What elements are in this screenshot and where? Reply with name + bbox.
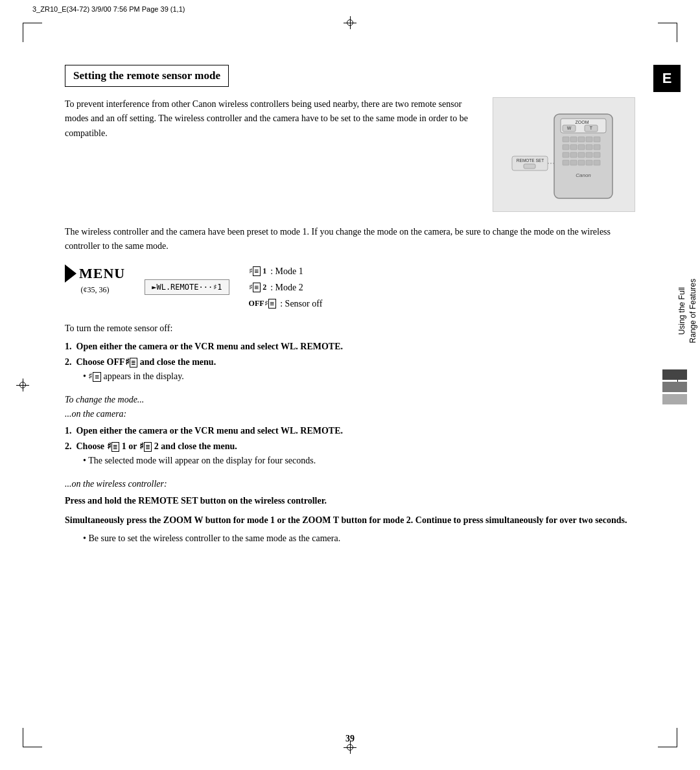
menu-text: MENU: [79, 265, 125, 282]
svg-rect-11: [594, 137, 600, 142]
svg-rect-19: [578, 152, 585, 158]
svg-rect-10: [586, 137, 592, 142]
section-box: Setting the remote sensor mode: [65, 65, 229, 87]
svg-text:ZOOM: ZOOM: [576, 120, 589, 124]
print-header: 3_ZR10_E(34-72) 3/9/00 7:56 PM Page 39 (…: [32, 5, 185, 13]
mode-off-icon: OFF♯≡: [249, 298, 277, 310]
mode-1-item: ♯≡ 1 : Mode 1: [249, 264, 323, 278]
svg-rect-13: [570, 145, 577, 150]
on-controller-label: ...on the wireless controller:: [65, 479, 635, 489]
mode-2-label: : Mode 2: [270, 281, 303, 294]
svg-rect-8: [570, 137, 577, 142]
turn-off-section: To turn the remote sensor off: 1. Open e…: [65, 323, 635, 384]
page-number: 39: [0, 734, 700, 744]
mode-1-label: : Mode 1: [270, 264, 303, 278]
sidebar-bar-2: [662, 382, 687, 392]
intro-text: To prevent interference from other Canon…: [65, 97, 473, 212]
mode-off-label: : Sensor off: [280, 297, 322, 310]
remote-image-area: ZOOM W T: [493, 97, 635, 212]
menu-section: MENU (¢35, 36) ►WL.REMOTE···♯1 ♯≡ 1 : Mo…: [65, 264, 635, 310]
svg-text:Canon: Canon: [576, 172, 591, 178]
menu-screen: ►WL.REMOTE···♯1: [145, 279, 229, 295]
step-2-camera-bullet: The selected mode will appear on the dis…: [83, 454, 635, 468]
menu-logo: MENU: [65, 264, 125, 283]
main-content: Setting the remote sensor mode To preven…: [65, 65, 635, 718]
svg-rect-20: [586, 152, 592, 158]
svg-rect-12: [563, 145, 569, 150]
mode-2-icon: ♯≡ 2: [249, 281, 267, 294]
sidebar-bars: [662, 369, 687, 404]
svg-rect-18: [570, 152, 577, 158]
step-1-camera: 1. Open either the camera or the VCR men…: [65, 423, 635, 439]
menu-triangle-icon: [65, 264, 76, 283]
sidebar-rotated-text: Using the FullRange of Features: [677, 279, 699, 343]
controller-bold-1: Press and hold the REMOTE SET button on …: [65, 493, 635, 509]
turn-off-intro: To turn the remote sensor off:: [65, 323, 635, 334]
svg-rect-23: [570, 160, 577, 165]
menu-left: MENU (¢35, 36): [65, 264, 125, 295]
mode-2-item: ♯≡ 2 : Mode 2: [249, 281, 323, 294]
svg-rect-15: [586, 145, 592, 150]
svg-rect-26: [594, 160, 600, 165]
svg-rect-24: [578, 160, 585, 165]
svg-text:W: W: [567, 126, 572, 130]
svg-rect-25: [586, 160, 592, 165]
menu-sub-label: (¢35, 36): [81, 285, 110, 295]
controller-bold-2: Simultaneously press the ZOOM W button f…: [65, 513, 635, 528]
svg-rect-22: [563, 160, 569, 165]
svg-rect-21: [594, 152, 600, 158]
svg-rect-7: [563, 137, 569, 142]
sidebar-bar-3: [662, 394, 687, 404]
step-2-off: 2. Choose OFF♯≡ and close the menu.: [65, 355, 635, 370]
svg-rect-9: [578, 137, 585, 142]
corner-mark-tl: [23, 23, 42, 42]
mode-1-icon: ♯≡ 1: [249, 265, 267, 277]
mode-list: ♯≡ 1 : Mode 1 ♯≡ 2 : Mode 2 OFF♯≡ : Sens…: [249, 264, 323, 310]
change-mode-intro: To change the mode...: [65, 395, 635, 405]
svg-text:REMOTE SET: REMOTE SET: [517, 158, 544, 163]
crosshair-top: [344, 16, 356, 29]
on-camera-label: ...on the camera:: [65, 409, 635, 419]
step-1-off: 1. Open either the camera or the VCR men…: [65, 339, 635, 355]
change-mode-section: To change the mode... ...on the camera: …: [65, 395, 635, 469]
mode-off-item: OFF♯≡ : Sensor off: [249, 297, 323, 310]
intro-section: To prevent interference from other Canon…: [65, 97, 635, 212]
body-paragraph: The wireless controller and the camera h…: [65, 225, 635, 254]
svg-rect-14: [578, 145, 585, 150]
controller-bullet: Be sure to set the wireless controller t…: [83, 531, 635, 546]
crosshair-left: [16, 379, 29, 391]
on-controller-section: ...on the wireless controller: Press and…: [65, 479, 635, 546]
svg-text:T: T: [590, 126, 593, 130]
svg-rect-16: [594, 145, 600, 150]
section-title: Setting the remote sensor mode: [73, 69, 220, 82]
svg-rect-17: [563, 152, 569, 158]
remote-svg: ZOOM W T: [506, 104, 622, 205]
sidebar-bar-1: [662, 369, 687, 380]
sidebar-e-label: E: [653, 65, 681, 92]
step-2-off-bullet: ♯≡ appears in the display.: [83, 369, 635, 384]
step-2-camera: 2. Choose ♯≡ 1 or ♯≡ 2 and close the men…: [65, 439, 635, 454]
corner-mark-tr: [658, 23, 677, 42]
svg-rect-30: [524, 164, 535, 169]
